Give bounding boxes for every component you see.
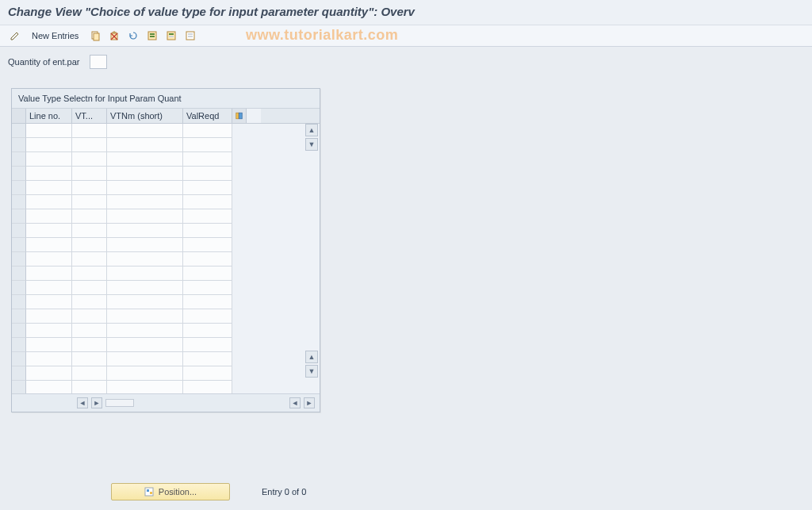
table-cell[interactable] — [107, 238, 183, 252]
table-cell[interactable] — [107, 224, 183, 238]
table-cell[interactable] — [72, 309, 107, 324]
row-selector-cell[interactable] — [12, 309, 26, 324]
table-cell[interactable] — [26, 224, 72, 238]
row-selector-cell[interactable] — [12, 352, 26, 366]
row-selector-cell[interactable] — [12, 209, 26, 224]
table-cell[interactable] — [72, 295, 107, 309]
table-cell[interactable] — [107, 309, 183, 324]
table-cell[interactable] — [72, 167, 107, 181]
table-cell[interactable] — [72, 195, 107, 209]
table-cell[interactable] — [72, 352, 107, 366]
table-cell[interactable] — [26, 381, 72, 393]
row-selector-cell[interactable] — [12, 267, 26, 281]
table-cell[interactable] — [107, 124, 183, 138]
table-cell[interactable] — [72, 138, 107, 152]
table-cell[interactable] — [72, 124, 107, 138]
table-cell[interactable] — [26, 338, 72, 352]
table-cell[interactable] — [72, 152, 107, 167]
toggle-display-change-icon[interactable] — [8, 29, 22, 43]
scroll-down-arrow-icon[interactable]: ▼ — [305, 138, 318, 151]
table-cell[interactable] — [183, 309, 232, 324]
table-cell[interactable] — [107, 338, 183, 352]
col-val-reqd[interactable]: ValReqd — [183, 109, 232, 123]
row-selector-cell[interactable] — [12, 181, 26, 195]
table-cell[interactable] — [183, 195, 232, 209]
table-cell[interactable] — [26, 195, 72, 209]
col-line-no[interactable]: Line no. — [26, 109, 72, 123]
table-cell[interactable] — [72, 281, 107, 295]
table-cell[interactable] — [72, 238, 107, 252]
scroll-down-arrow2-icon[interactable]: ▼ — [305, 365, 318, 378]
table-cell[interactable] — [183, 267, 232, 281]
table-cell[interactable] — [183, 124, 232, 138]
table-cell[interactable] — [26, 352, 72, 366]
table-cell[interactable] — [107, 195, 183, 209]
col-vt[interactable]: VT... — [72, 109, 107, 123]
table-cell[interactable] — [72, 181, 107, 195]
table-cell[interactable] — [183, 366, 232, 381]
table-cell[interactable] — [183, 381, 232, 393]
table-cell[interactable] — [107, 267, 183, 281]
table-cell[interactable] — [107, 181, 183, 195]
table-cell[interactable] — [72, 324, 107, 338]
configure-columns-icon[interactable] — [232, 109, 247, 123]
row-selector-cell[interactable] — [12, 295, 26, 309]
position-button[interactable]: Position... — [111, 483, 230, 500]
hscroll-first-icon[interactable]: ◄ — [77, 397, 88, 408]
table-cell[interactable] — [107, 167, 183, 181]
hscroll-track[interactable] — [105, 399, 134, 407]
table-cell[interactable] — [72, 224, 107, 238]
table-cell[interactable] — [183, 181, 232, 195]
row-selector-cell[interactable] — [12, 324, 26, 338]
row-selector-cell[interactable] — [12, 195, 26, 209]
table-cell[interactable] — [26, 124, 72, 138]
table-cell[interactable] — [107, 152, 183, 167]
table-cell[interactable] — [26, 366, 72, 381]
table-cell[interactable] — [107, 324, 183, 338]
table-cell[interactable] — [107, 381, 183, 393]
hscroll-last-icon[interactable]: ► — [304, 397, 315, 408]
table-cell[interactable] — [107, 352, 183, 366]
table-cell[interactable] — [72, 381, 107, 393]
table-cell[interactable] — [26, 295, 72, 309]
row-selector-cell[interactable] — [12, 224, 26, 238]
table-cell[interactable] — [183, 295, 232, 309]
table-cell[interactable] — [26, 324, 72, 338]
row-selector-cell[interactable] — [12, 281, 26, 295]
table-cell[interactable] — [72, 267, 107, 281]
row-selector-header[interactable] — [12, 109, 26, 123]
table-cell[interactable] — [26, 167, 72, 181]
table-cell[interactable] — [26, 152, 72, 167]
undo-change-icon[interactable] — [126, 29, 140, 43]
table-cell[interactable] — [107, 138, 183, 152]
row-selector-cell[interactable] — [12, 366, 26, 381]
table-cell[interactable] — [183, 167, 232, 181]
table-cell[interactable] — [72, 338, 107, 352]
row-selector-cell[interactable] — [12, 381, 26, 393]
scroll-up-arrow-icon[interactable]: ▲ — [305, 124, 318, 136]
table-cell[interactable] — [26, 181, 72, 195]
row-selector-cell[interactable] — [12, 252, 26, 267]
table-cell[interactable] — [107, 209, 183, 224]
table-cell[interactable] — [183, 352, 232, 366]
table-cell[interactable] — [72, 366, 107, 381]
table-cell[interactable] — [183, 138, 232, 152]
row-selector-cell[interactable] — [12, 138, 26, 152]
table-cell[interactable] — [107, 281, 183, 295]
hscroll-next-icon[interactable]: ◄ — [289, 397, 301, 408]
scroll-up-arrow2-icon[interactable]: ▲ — [305, 351, 318, 363]
table-cell[interactable] — [72, 252, 107, 267]
table-cell[interactable] — [72, 209, 107, 224]
col-vtnm-short[interactable]: VTNm (short) — [107, 109, 183, 123]
table-cell[interactable] — [183, 209, 232, 224]
new-entries-button[interactable]: New Entries — [27, 29, 83, 42]
copy-as-icon[interactable] — [88, 29, 102, 43]
table-cell[interactable] — [183, 281, 232, 295]
hscroll-prev-icon[interactable]: ► — [91, 397, 102, 408]
table-cell[interactable] — [183, 252, 232, 267]
table-cell[interactable] — [26, 138, 72, 152]
table-cell[interactable] — [183, 324, 232, 338]
table-cell[interactable] — [183, 224, 232, 238]
row-selector-cell[interactable] — [12, 338, 26, 352]
row-selector-cell[interactable] — [12, 124, 26, 138]
